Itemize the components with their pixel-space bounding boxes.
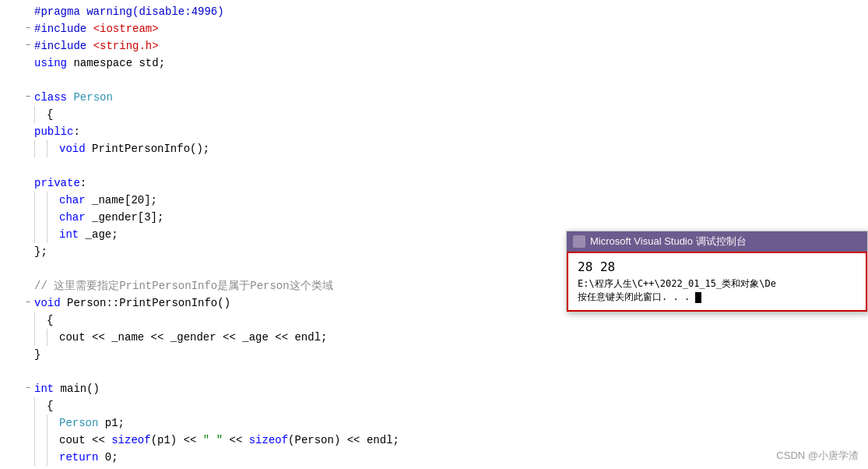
token: _name[20];: [86, 194, 157, 206]
code-line: [0, 363, 868, 380]
token: public: [34, 125, 73, 138]
console-cursor: [695, 292, 701, 303]
token: Person: [73, 91, 112, 104]
code-content: #include <iostream>: [34, 20, 868, 37]
code-line: {: [0, 312, 868, 329]
token: <string.h>: [93, 40, 159, 52]
code-content: {: [47, 312, 868, 329]
token: << _name << _gender << _age <<: [86, 331, 295, 344]
token: class: [34, 91, 73, 104]
console-output: 28 28: [578, 259, 856, 274]
token: {: [47, 314, 53, 326]
token: {: [47, 400, 53, 412]
token: endl: [294, 331, 321, 344]
code-content: return 0;: [59, 449, 868, 466]
token: sizeof: [249, 434, 288, 446]
token: std: [139, 57, 158, 69]
code-line: public:: [0, 123, 868, 140]
watermark: CSDN @小唐学渣: [776, 449, 859, 463]
token: _age;: [79, 228, 118, 241]
code-content: public:: [34, 123, 868, 140]
token: //: [34, 280, 54, 292]
token: cout: [59, 434, 86, 446]
token: private: [34, 177, 80, 189]
vs-icon: [573, 235, 585, 248]
code-line: −int main(): [0, 380, 868, 397]
token: int: [59, 228, 79, 241]
indent-guides: [34, 312, 47, 329]
code-content: using namespace std;: [34, 55, 868, 72]
code-line: Person p1;: [0, 414, 868, 432]
code-line: [0, 157, 868, 175]
code-line: return 0;: [0, 449, 868, 466]
token: :: [80, 177, 86, 189]
console-titlebar: Microsoft Visual Studio 调试控制台: [567, 231, 867, 252]
token: <iostream>: [93, 23, 159, 35]
code-content: {: [47, 397, 868, 414]
code-content: Person p1;: [59, 414, 868, 432]
code-content: class Person: [34, 89, 868, 106]
code-line: char _gender[3];: [0, 209, 868, 226]
code-line: using namespace std;: [0, 55, 868, 72]
indent-guides: [34, 432, 59, 449]
token: char: [59, 194, 86, 206]
indent-guides: [34, 329, 59, 346]
indent-guides: [34, 397, 47, 414]
console-body: 28 28 E:\程序人生\C++\2022_01_15_类和对象\De 按任意…: [567, 252, 867, 312]
console-path: E:\程序人生\C++\2022_01_15_类和对象\De: [578, 277, 856, 291]
indent-guides: [34, 140, 59, 157]
code-line: −#include <string.h>: [0, 37, 868, 55]
code-line: }: [0, 466, 868, 469]
token: main(): [61, 383, 100, 395]
token: endl: [367, 434, 393, 446]
console-prompt: 按任意键关闭此窗口. . .: [578, 291, 856, 304]
token: p1;: [105, 417, 125, 429]
fold-indicator[interactable]: −: [22, 89, 34, 106]
token: return: [59, 451, 105, 464]
code-content: void PrintPersonInfo();: [59, 140, 868, 157]
code-line: {: [0, 106, 868, 123]
code-line: #pragma warning(disable:4996): [0, 3, 868, 20]
fold-indicator[interactable]: −: [22, 380, 34, 397]
code-line: [0, 72, 868, 89]
code-content: private:: [34, 175, 868, 192]
token: Person: [59, 417, 105, 429]
token: PrintPersonInfo(): [92, 143, 203, 155]
code-editor: #pragma warning(disable:4996)−#include <…: [0, 0, 868, 469]
indent-guides: [34, 209, 59, 226]
fold-indicator[interactable]: −: [22, 294, 34, 312]
code-content: #include <string.h>: [34, 37, 868, 55]
token: namespace: [67, 57, 139, 69]
token: sizeof: [111, 434, 150, 446]
code-line: char _name[20];: [0, 192, 868, 209]
token: #include: [34, 23, 93, 35]
token: " ": [203, 434, 223, 446]
token: #include: [34, 40, 93, 52]
code-line: {: [0, 397, 868, 414]
token: ;: [159, 57, 165, 69]
token: char: [59, 211, 86, 224]
code-content: cout << sizeof(p1) << " " << sizeof(Pers…: [59, 432, 868, 449]
token: ;: [393, 434, 399, 446]
fold-indicator[interactable]: −: [22, 37, 34, 55]
code-content: }: [34, 346, 868, 363]
code-line: void PrintPersonInfo();: [0, 140, 868, 157]
code-line: private:: [0, 175, 868, 192]
token: }: [34, 348, 40, 361]
token: int: [34, 383, 61, 395]
code-line: −#include <iostream>: [0, 20, 868, 37]
console-title: Microsoft Visual Studio 调试控制台: [590, 235, 747, 249]
fold-indicator[interactable]: −: [22, 20, 34, 37]
token: cout: [59, 331, 86, 344]
token: void: [59, 143, 92, 155]
code-content: char _gender[3];: [59, 209, 868, 226]
code-content: int main(): [34, 380, 868, 397]
token: using: [34, 57, 67, 69]
indent-guides: [34, 414, 59, 432]
console-window[interactable]: Microsoft Visual Studio 调试控制台 28 28 E:\程…: [566, 231, 868, 312]
token: void: [34, 297, 67, 309]
code-content: }: [34, 466, 868, 469]
code-line: cout << sizeof(p1) << " " << sizeof(Pers…: [0, 432, 868, 449]
token: {: [47, 108, 53, 121]
token: 这里需要指定PrintPersonInfo是属于Person这个类域: [54, 280, 332, 292]
